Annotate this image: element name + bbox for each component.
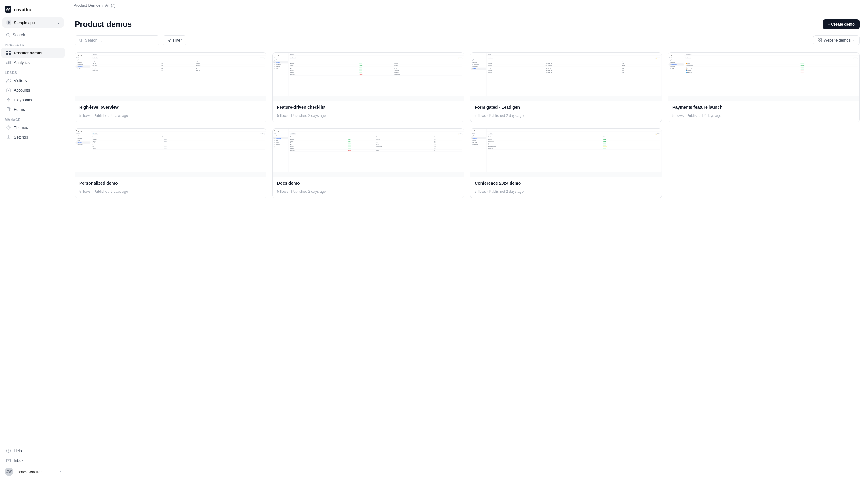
card-meta: 5 flows · Published 2 days ago: [79, 190, 262, 194]
svg-rect-14: [8, 90, 9, 91]
bar-chart-icon: [6, 60, 11, 65]
sidebar-item-forms[interactable]: Forms: [1, 104, 65, 114]
svg-rect-29: [820, 41, 822, 42]
demo-card-personalized[interactable]: Sample app Devtools Home Domains Logs AP…: [75, 128, 267, 198]
svg-rect-8: [8, 61, 9, 64]
svg-point-21: [8, 136, 9, 138]
view-select[interactable]: Website demos ⌄: [813, 35, 860, 45]
page-title: Product demos: [75, 20, 132, 29]
sidebar: navattic Sample app ⌄ Search Projects Pr…: [0, 0, 66, 482]
sidebar-item-themes[interactable]: Themes: [1, 123, 65, 132]
search-box[interactable]: [75, 35, 159, 45]
card-meta: 5 flows · Published 2 days ago: [475, 190, 657, 194]
sidebar-item-product-demos[interactable]: Product demos: [1, 48, 65, 58]
demo-card-payments-feature[interactable]: Sample app Fintech Home Accounts Transac…: [668, 53, 860, 122]
svg-rect-13: [7, 90, 8, 91]
card-title: High-level overview: [79, 105, 119, 110]
search-label: Search: [13, 33, 25, 37]
breadcrumb-current: All (7): [105, 3, 116, 7]
sidebar-item-label: Settings: [14, 135, 28, 139]
demo-card-docs[interactable]: Sample app SaaS Home Customers Tasks Eve…: [273, 128, 464, 198]
svg-rect-27: [820, 38, 822, 40]
svg-rect-0: [5, 6, 11, 13]
svg-rect-15: [7, 107, 10, 111]
users-icon: [6, 78, 11, 83]
sidebar-item-inbox[interactable]: Inbox: [1, 455, 65, 465]
card-more-button[interactable]: ···: [650, 104, 657, 111]
card-meta: 5 flows · Published 2 days ago: [673, 114, 855, 118]
inbox-icon: [6, 458, 11, 463]
card-title: Personalized demo: [79, 181, 118, 186]
create-demo-button[interactable]: + Create demo: [823, 19, 860, 29]
sidebar-item-label: Playbooks: [14, 98, 32, 102]
app-icon: [6, 20, 11, 25]
filter-icon: [167, 38, 171, 42]
sidebar-item-analytics[interactable]: Analytics: [1, 58, 65, 67]
search-button[interactable]: Search: [1, 30, 65, 39]
demo-card-feature-driven[interactable]: Sample app Fintech Home Accounts Transac…: [273, 53, 464, 122]
grid-view-icon: [818, 38, 822, 42]
demo-card-preview: Sample app Fintech Home Accounts Transac…: [470, 53, 661, 101]
breadcrumb-separator: /: [102, 3, 104, 7]
toolbar: Filter Website demos ⌄: [75, 35, 860, 45]
card-title: Form gated - Lead gen: [475, 105, 520, 110]
grid-icon: [6, 50, 11, 55]
demo-grid: Sample app Fintech Home Accounts Transac…: [75, 53, 860, 198]
help-label: Help: [14, 449, 22, 453]
svg-point-16: [7, 126, 10, 129]
card-meta: 5 flows · Published 2 days ago: [277, 190, 460, 194]
filter-label: Filter: [173, 38, 182, 42]
svg-rect-6: [9, 53, 10, 55]
chevron-down-icon: ⌄: [57, 21, 60, 25]
breadcrumb-parent: Product Demos: [73, 3, 101, 7]
demo-card-preview: Sample app Fintech Home Accounts Transac…: [75, 53, 266, 101]
help-icon: [6, 448, 11, 453]
avatar: JW: [5, 468, 13, 476]
sidebar-item-visitors[interactable]: Visitors: [1, 75, 65, 85]
card-more-button[interactable]: ···: [453, 181, 460, 187]
card-more-button[interactable]: ···: [255, 181, 262, 187]
card-more-button[interactable]: ···: [453, 104, 460, 111]
demo-card-high-level[interactable]: Sample app Fintech Home Accounts Transac…: [75, 53, 267, 122]
svg-rect-9: [10, 61, 10, 64]
svg-point-23: [8, 452, 8, 452]
logo-icon: [5, 6, 11, 13]
search-icon: [79, 38, 83, 42]
sidebar-item-help[interactable]: Help: [1, 446, 65, 455]
card-meta: 5 flows · Published 2 days ago: [79, 114, 262, 118]
svg-rect-28: [818, 41, 819, 42]
demo-card-form-gated[interactable]: Sample app Fintech Home Accounts Transac…: [470, 53, 662, 122]
demo-card-conference[interactable]: Sample app Devtools Home Domains Logs AP…: [470, 128, 662, 198]
app-selector[interactable]: Sample app ⌄: [2, 18, 64, 28]
sidebar-item-playbooks[interactable]: Playbooks: [1, 95, 65, 104]
svg-rect-3: [6, 51, 8, 53]
search-input[interactable]: [85, 38, 155, 42]
card-more-button[interactable]: ···: [255, 104, 262, 111]
sidebar-item-label: Forms: [14, 107, 25, 112]
svg-point-18: [8, 126, 9, 127]
card-more-button[interactable]: ···: [650, 181, 657, 187]
svg-rect-5: [6, 53, 8, 55]
create-demo-label: + Create demo: [828, 22, 855, 27]
card-title: Conference 2024 demo: [475, 181, 521, 186]
logo-label: navattic: [14, 7, 31, 12]
card-title: Docs demo: [277, 181, 300, 186]
sidebar-item-label: Product demos: [14, 51, 42, 55]
user-more-icon[interactable]: ···: [57, 469, 61, 475]
sidebar-item-settings[interactable]: Settings: [1, 132, 65, 142]
svg-point-1: [7, 22, 10, 24]
svg-point-19: [9, 127, 10, 128]
user-profile[interactable]: JW James Whelton ···: [0, 465, 66, 478]
sidebar-item-accounts[interactable]: Accounts: [1, 85, 65, 95]
demo-card-preview: Sample app Fintech Home Accounts Transac…: [273, 53, 464, 101]
sidebar-item-label: Visitors: [14, 78, 27, 83]
sidebar-item-label: Analytics: [14, 60, 30, 65]
filter-button[interactable]: Filter: [163, 35, 186, 45]
demo-card-preview: Sample app Devtools Home Domains Logs AP…: [75, 129, 266, 177]
content-area: Product demos + Create demo Filter Websi…: [66, 11, 868, 482]
card-more-button[interactable]: ···: [848, 104, 855, 111]
app-name: Sample app: [14, 21, 35, 25]
sidebar-item-label: Accounts: [14, 88, 30, 93]
svg-rect-4: [9, 51, 10, 53]
card-meta: 5 flows · Published 2 days ago: [277, 114, 460, 118]
